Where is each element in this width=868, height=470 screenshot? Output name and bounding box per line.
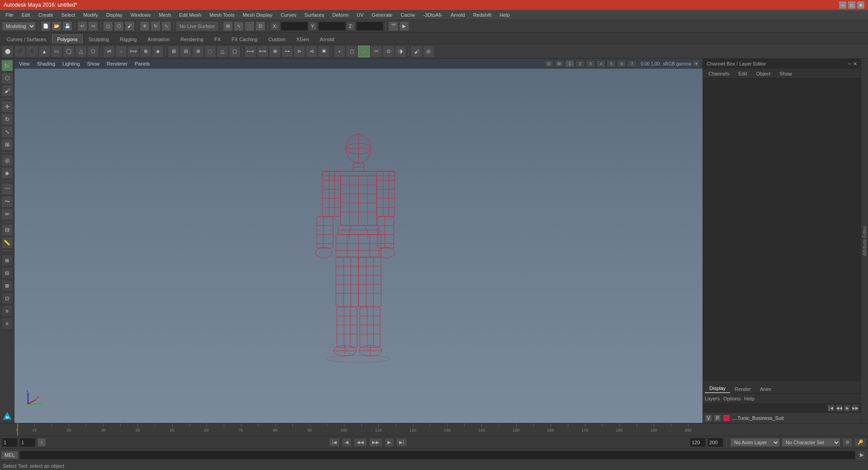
torus-btn[interactable]: ◯: [63, 46, 75, 57]
display-tab-anim[interactable]: Anim: [755, 385, 776, 393]
anim-settings-btn[interactable]: ⚙: [842, 438, 853, 447]
smooth-btn[interactable]: ◌: [204, 46, 216, 57]
extrude-btn[interactable]: ↑: [115, 46, 127, 57]
frame-current-input[interactable]: [19, 438, 35, 447]
move-tool[interactable]: ✛: [1, 101, 13, 113]
viewport-panel[interactable]: View Shading Lighting Show Renderer Pane…: [14, 59, 703, 423]
tab-animation[interactable]: Animation: [142, 34, 175, 44]
tab-rigging[interactable]: Rigging: [115, 34, 142, 44]
menu-mesh[interactable]: Mesh: [155, 11, 175, 19]
camera-4-btn[interactable]: 4: [596, 60, 605, 67]
tab-arnold[interactable]: Arnold: [315, 34, 340, 44]
layer-color-swatch[interactable]: [723, 414, 730, 422]
attr-editor-label[interactable]: Attribute Editor: [862, 226, 867, 256]
universal-manipulator[interactable]: ⊞: [1, 139, 13, 150]
insert-edge-loop-btn[interactable]: ⟼: [245, 46, 256, 57]
display-tab-render[interactable]: Render: [730, 385, 755, 393]
extra-panel1[interactable]: ⊞: [1, 254, 13, 266]
help-tab[interactable]: Help: [744, 396, 755, 401]
camera-2-btn[interactable]: 2: [576, 60, 585, 67]
channel-box-minimize[interactable]: ─: [848, 61, 851, 67]
offset-edge-loop-btn[interactable]: ⟺: [257, 46, 269, 57]
channel-box-close[interactable]: ✕: [853, 61, 857, 67]
menu-windows[interactable]: Windows: [127, 11, 155, 19]
menu-generate[interactable]: Generate: [368, 11, 396, 19]
cb-tab-object[interactable]: Object: [752, 70, 774, 77]
menu-mesh-display[interactable]: Mesh Display: [239, 11, 276, 19]
camera-5-btn[interactable]: 5: [607, 60, 616, 67]
layer-playback[interactable]: P: [714, 414, 721, 422]
anim-layer-select[interactable]: No Anim Layer: [730, 438, 780, 447]
save-scene-btn[interactable]: 💾: [62, 21, 72, 31]
paint-sel-btn[interactable]: 🖌: [410, 46, 422, 57]
cone-btn[interactable]: ▲: [38, 46, 50, 57]
workspace-selector[interactable]: Modeling: [2, 22, 36, 31]
tab-polygons[interactable]: Polygons: [52, 34, 82, 44]
ep-curve-tool[interactable]: 〜: [1, 196, 13, 207]
vp-lighting-menu[interactable]: Lighting: [61, 61, 82, 67]
maximize-button[interactable]: □: [848, 1, 855, 9]
curve-tool[interactable]: 〰: [1, 183, 13, 195]
wedge-face-btn[interactable]: ◑: [395, 46, 406, 57]
boolean-btn[interactable]: ⊛: [192, 46, 204, 57]
rotate-btn[interactable]: ↻: [151, 21, 160, 31]
cb-tab-channels[interactable]: Channels: [705, 70, 733, 77]
tab-custom[interactable]: Custom: [264, 34, 291, 44]
new-scene-btn[interactable]: 📄: [41, 21, 51, 31]
menu-edit[interactable]: Edit: [18, 11, 34, 19]
extra-panel4[interactable]: ⊡: [1, 292, 13, 304]
prev-frame-btn[interactable]: ◀: [342, 438, 352, 447]
frame-end-input[interactable]: [690, 438, 706, 447]
move-btn[interactable]: ✛: [140, 21, 150, 31]
anim-keys-btn[interactable]: 🔑: [854, 438, 866, 447]
menu-cache[interactable]: Cache: [397, 11, 419, 19]
plane-btn[interactable]: ▭: [51, 46, 62, 57]
menu-modify[interactable]: Modify: [80, 11, 101, 19]
show-manipulator[interactable]: ◈: [1, 167, 13, 179]
menu-redshift[interactable]: Redshift: [470, 11, 495, 19]
tab-rendering[interactable]: Rendering: [175, 34, 208, 44]
display-tab-display[interactable]: Display: [705, 384, 730, 393]
menu-select[interactable]: Select: [58, 11, 79, 19]
append-polygon-btn[interactable]: +: [334, 46, 345, 57]
scale-btn[interactable]: ⤡: [161, 21, 171, 31]
lasso-tool-btn[interactable]: ⬡: [114, 21, 124, 31]
extra-panel5[interactable]: ≡: [1, 305, 13, 317]
minimize-button[interactable]: ─: [839, 1, 846, 9]
next-frame-btn[interactable]: ▶: [384, 438, 394, 447]
soft-modify-btn[interactable]: ◎: [423, 46, 434, 57]
camera-6-btn[interactable]: 6: [617, 60, 626, 67]
extra-panel6[interactable]: ≡: [1, 318, 13, 329]
snap-view-btn[interactable]: ⊡: [255, 21, 265, 31]
snap-grid-btn[interactable]: ⊞: [223, 21, 233, 31]
bridge-btn[interactable]: ⟺: [127, 46, 139, 57]
combine-btn[interactable]: ⊞: [168, 46, 179, 57]
camera-1-btn[interactable]: 1: [565, 60, 574, 67]
layer-visibility[interactable]: V: [705, 414, 712, 422]
x-input[interactable]: [281, 22, 308, 31]
gamma-arrow-btn[interactable]: ▾: [693, 60, 700, 67]
vp-panels-menu[interactable]: Panels: [133, 61, 152, 67]
menu-file[interactable]: File: [2, 11, 17, 19]
camera-preset-btn[interactable]: ⊡: [544, 60, 553, 67]
layer-ctrl-1[interactable]: |◀: [827, 404, 835, 412]
timeline-playhead[interactable]: [17, 423, 18, 436]
frame-start-input[interactable]: [2, 438, 18, 447]
camera-7-btn[interactable]: 7: [627, 60, 637, 67]
select-tool-btn[interactable]: ◻: [103, 21, 113, 31]
rotate-tool[interactable]: ↻: [1, 113, 13, 125]
menu-edit-mesh[interactable]: Edit Mesh: [175, 11, 205, 19]
redo-btn[interactable]: ↪: [88, 21, 98, 31]
menu-display[interactable]: Display: [103, 11, 126, 19]
render-settings-btn[interactable]: 🎬: [388, 21, 398, 31]
window-controls[interactable]: ─ □ ✕: [839, 1, 864, 9]
cylinder-btn[interactable]: ⬛: [26, 46, 38, 57]
options-tab[interactable]: Options: [723, 396, 741, 401]
snap-point-btn[interactable]: ·: [245, 21, 255, 31]
measure-tool[interactable]: 📏: [1, 237, 13, 249]
create-polygon-btn[interactable]: ◻: [346, 46, 358, 57]
extra-panel3[interactable]: ⊠: [1, 280, 13, 291]
attribute-editor-strip[interactable]: Attribute Editor: [861, 59, 868, 423]
snap-curve-btn[interactable]: ∿: [234, 21, 244, 31]
camera-3-btn[interactable]: 3: [586, 60, 595, 67]
